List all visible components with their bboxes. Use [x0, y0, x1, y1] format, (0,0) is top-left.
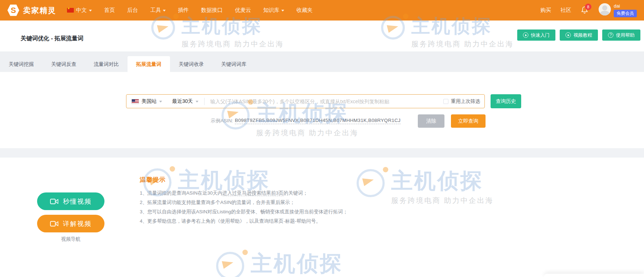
video-camera-icon: [50, 220, 58, 227]
video-tutorial-button[interactable]: 视频教程: [560, 29, 598, 41]
search-box: 美国站 最近30天 重用上次筛选: [126, 94, 485, 108]
nav-item-home[interactable]: 首页: [104, 7, 115, 14]
reuse-filter-label: 重用上次筛选: [451, 98, 480, 105]
tab-keyword-library[interactable]: 关键词词库: [213, 56, 255, 72]
nav-item-knowledge[interactable]: 知识库: [263, 7, 284, 14]
clear-button[interactable]: 清除: [418, 114, 444, 128]
chat-widget-corner[interactable]: [544, 274, 644, 277]
tips-list: 1、流量词指的是查询ASIN在近30天内进入过亚马逊搜索结果前3页的关键词； 2…: [140, 189, 348, 226]
brand-logo-icon: S: [7, 4, 19, 17]
marketplace-select[interactable]: 美国站: [131, 98, 162, 105]
play-icon: [523, 32, 528, 38]
asin-input[interactable]: [210, 99, 440, 104]
nav-item-community[interactable]: 社区: [560, 7, 571, 14]
page-title: 关键词优化 - 拓展流量词: [21, 35, 83, 42]
nav-item-data-api[interactable]: 数据接口: [201, 7, 223, 14]
marketplace-value: 美国站: [142, 98, 157, 105]
tab-expand-traffic-words[interactable]: 拓展流量词: [128, 56, 170, 72]
example-asin-value[interactable]: B098T9ZFB5,B09JW5FNVX,B0B71DH45N,B07MHHM…: [235, 118, 401, 124]
tab-traffic-compare[interactable]: 流量词对比: [85, 56, 128, 72]
membership-badge[interactable]: 免费会员: [614, 10, 637, 17]
language-selector[interactable]: 中文: [67, 7, 92, 14]
nav-item-youmaiyun[interactable]: 优麦云: [235, 7, 251, 14]
quick-start-button[interactable]: 快速入门: [517, 29, 555, 41]
tabs: 关键词挖掘 关键词反查 流量词对比 拓展流量词 关键词收录 关键词词库: [0, 56, 255, 72]
example-asin-label: 示例ASIN:: [211, 118, 233, 124]
help-button[interactable]: 使用帮助: [602, 29, 640, 41]
reuse-filter-option[interactable]: 重用上次筛选: [443, 98, 480, 105]
logo-letter: S: [11, 6, 16, 15]
tips-title: 温馨提示: [140, 176, 166, 184]
app-window: S 卖家精灵 中文 首页 后台 工具 插件 数据接口 优麦云 知识库 收藏夹 购…: [0, 0, 644, 277]
nav-item-tools[interactable]: 工具: [150, 7, 166, 14]
language-label: 中文: [76, 7, 87, 14]
notifications-button[interactable]: 8: [581, 6, 589, 15]
tips-section: 秒懂视频 详解视频 视频导航 温馨提示 1、流量词指的是查询ASIN在近30天内…: [0, 158, 644, 277]
chevron-down-icon: [89, 10, 92, 12]
china-flag-icon: [67, 8, 74, 13]
tab-keyword-index[interactable]: 关键词收录: [170, 56, 213, 72]
date-range-select[interactable]: 最近30天: [172, 98, 198, 105]
search-section: 美国站 最近30天 重用上次筛选 查询历史 示例ASIN: B098T9ZFB5…: [0, 72, 644, 148]
tip-line-1: 1、流量词指的是查询ASIN在近30天内进入过亚马逊搜索结果前3页的关键词；: [140, 189, 348, 198]
detail-video-button[interactable]: 详解视频: [37, 215, 104, 232]
nav-item-backend[interactable]: 后台: [127, 7, 138, 14]
tip-line-4: 4、更多帮助信息，请参考右上角的《使用帮助》，以及查询结果页-标题-帮助问号。: [140, 217, 348, 226]
username: dai: [614, 3, 637, 9]
quick-video-button[interactable]: 秒懂视频: [37, 192, 104, 210]
us-flag-icon: [131, 99, 139, 104]
avatar[interactable]: [599, 3, 611, 15]
video-caption: 视频导航: [37, 236, 104, 242]
video-camera-icon: [50, 198, 58, 205]
page-header: 关键词优化 - 拓展流量词 快速入门 视频教程 使用帮助: [0, 21, 644, 51]
nav-item-favorites[interactable]: 收藏夹: [296, 7, 313, 14]
tab-reverse-asin[interactable]: 关键词反查: [43, 56, 85, 72]
example-row: 示例ASIN: B098T9ZFB5,B09JW5FNVX,B0B71DH45N…: [0, 114, 644, 128]
date-range-value: 最近30天: [172, 98, 193, 105]
chevron-down-icon: [163, 10, 166, 12]
brand-name: 卖家精灵: [23, 5, 56, 15]
divider: [204, 98, 205, 105]
chevron-down-icon: [281, 10, 284, 12]
tip-line-2: 2、拓展流量词功能支持批量查询多个ASIN的流量词，合并去重后展示；: [140, 198, 348, 207]
top-navbar: S 卖家精灵 中文 首页 后台 工具 插件 数据接口 优麦云 知识库 收藏夹 购…: [0, 0, 644, 21]
query-history-button[interactable]: 查询历史: [491, 94, 521, 108]
brand-logo[interactable]: S 卖家精灵: [7, 4, 56, 17]
play-icon: [565, 32, 571, 38]
nav-item-buy[interactable]: 购买: [540, 7, 551, 14]
user-account[interactable]: dai 免费会员: [599, 3, 637, 17]
nav-item-plugin[interactable]: 插件: [178, 7, 189, 14]
reuse-filter-checkbox[interactable]: [443, 99, 448, 104]
main-nav: 首页 后台 工具 插件 数据接口 优麦云 知识库 收藏夹: [104, 7, 313, 14]
section-divider: [0, 148, 644, 158]
question-icon: [608, 32, 613, 38]
chevron-down-icon: [196, 101, 198, 103]
tip-underlined-phrase: 进入过亚马逊搜索结果前3页: [223, 190, 284, 196]
chevron-down-icon: [159, 101, 162, 103]
tab-band: 关键词挖掘 关键词反查 流量词对比 拓展流量词 关键词收录 关键词词库: [0, 51, 644, 72]
tab-keyword-mining[interactable]: 关键词挖掘: [0, 56, 43, 72]
query-now-button[interactable]: 立即查询: [451, 114, 486, 128]
tip-line-3: 3、您可以自由选择使用该ASIN对应Listing的全部变体、畅销变体或直接使用…: [140, 207, 348, 217]
topbar-right: 购买 社区 8 dai 免费会员: [540, 3, 637, 17]
user-info: dai 免费会员: [614, 3, 637, 17]
notification-badge: 8: [585, 4, 591, 10]
help-buttons: 快速入门 视频教程 使用帮助: [517, 29, 640, 41]
